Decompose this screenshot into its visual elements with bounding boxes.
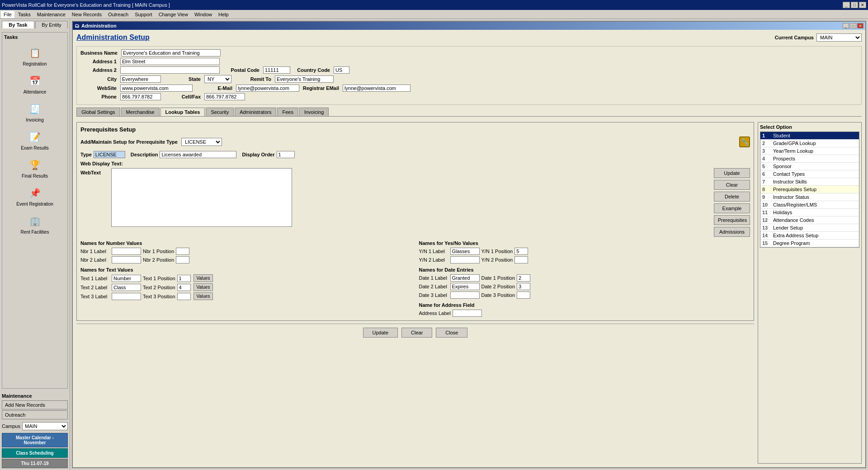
delete-btn[interactable]: Delete — [714, 192, 750, 202]
yn2-pos-input[interactable] — [514, 256, 528, 263]
date1-pos-input[interactable] — [517, 274, 530, 282]
text3-values-btn[interactable]: Values — [193, 292, 213, 300]
select-item-student[interactable]: 1 Student — [760, 132, 859, 140]
website-input[interactable] — [120, 85, 193, 92]
maximize-btn[interactable]: □ — [851, 2, 858, 8]
select-item-prospects[interactable]: 4 Prospects — [760, 155, 859, 163]
win-restore-btn[interactable]: □ — [850, 23, 856, 28]
sidebar-item-event-registration[interactable]: 📌 Event Registration — [4, 182, 66, 210]
tab-invoicing[interactable]: Invoicing — [299, 108, 329, 116]
menu-help[interactable]: Help — [216, 11, 231, 18]
select-item-degree-program[interactable]: 15 Degree Program — [760, 240, 859, 247]
win-close-btn[interactable]: ✕ — [857, 23, 863, 28]
date3-input[interactable] — [450, 291, 480, 299]
tab-security[interactable]: Security — [206, 108, 234, 116]
bottom-close-btn[interactable]: Close — [436, 328, 467, 338]
date1-input[interactable] — [450, 274, 480, 282]
text3-pos-input[interactable] — [177, 293, 191, 300]
type-select[interactable]: LICENSE — [181, 138, 222, 146]
nbr1-pos-input[interactable] — [176, 248, 189, 255]
nbr1-input[interactable] — [112, 248, 141, 255]
business-name-input[interactable] — [121, 49, 221, 56]
menu-maintenance[interactable]: Maintenance — [34, 11, 68, 18]
sidebar-item-attendance[interactable]: 📅 Attendance — [4, 70, 66, 98]
tab-by-task[interactable]: By Task — [2, 21, 34, 28]
current-campus-select[interactable]: MAIN — [816, 33, 862, 42]
address-label-input[interactable] — [453, 310, 482, 317]
select-item-prerequisites-setup[interactable]: 8 Prerequisites Setup — [760, 186, 859, 193]
text2-values-btn[interactable]: Values — [193, 283, 213, 291]
yn2-input[interactable] — [450, 256, 480, 263]
select-item-year-term[interactable]: 3 Year/Term Lookup — [760, 147, 859, 155]
select-item-extra-address[interactable]: 14 Extra Address Setup — [760, 232, 859, 240]
outreach-btn[interactable]: Outreach — [2, 410, 68, 419]
menu-window[interactable]: Window — [192, 11, 215, 18]
date3-pos-input[interactable] — [517, 291, 530, 299]
example-btn[interactable]: Example — [714, 203, 750, 213]
text1-input[interactable] — [112, 275, 141, 282]
sidebar-item-rent-facilities[interactable]: 🏢 Rent Facilities — [4, 210, 66, 238]
class-scheduling-btn[interactable]: Class Scheduling — [2, 448, 68, 458]
phone-input[interactable] — [120, 93, 161, 100]
admissions-btn[interactable]: Admissions — [714, 227, 750, 237]
campus-select[interactable]: MAIN — [22, 422, 68, 430]
select-item-holidays[interactable]: 11 Holidays — [760, 209, 859, 216]
menu-outreach[interactable]: Outreach — [105, 11, 131, 18]
tab-by-entity[interactable]: By Entity — [35, 21, 68, 28]
postal-code-input[interactable] — [263, 66, 290, 74]
tab-global-settings[interactable]: Global Settings — [76, 108, 120, 116]
prerequisites-btn[interactable]: Prerequisites — [714, 215, 750, 225]
clear-action-btn[interactable]: Clear — [714, 180, 750, 190]
type-field-input[interactable] — [94, 151, 125, 158]
select-item-lender-setup[interactable]: 13 Lender Setup — [760, 224, 859, 232]
cellfax-input[interactable] — [204, 93, 245, 100]
webtext-input[interactable] — [111, 168, 292, 227]
tab-administrators[interactable]: Administrators — [235, 108, 276, 116]
menu-change-view[interactable]: Change View — [156, 11, 191, 18]
sidebar-item-registration[interactable]: 📋 Registration — [4, 42, 66, 70]
select-item-sponsor[interactable]: 5 Sponsor — [760, 163, 859, 170]
win-minimize-btn[interactable]: _ — [843, 23, 849, 28]
text2-pos-input[interactable] — [177, 284, 191, 291]
description-input[interactable] — [160, 151, 236, 158]
select-item-attendance-codes[interactable]: 12 Attendance Codes — [760, 216, 859, 224]
menu-file[interactable]: File — [1, 11, 14, 18]
yn1-input[interactable] — [450, 248, 480, 255]
add-new-records-btn[interactable]: Add New Records — [2, 400, 68, 409]
close-btn[interactable]: ✕ — [859, 2, 866, 8]
sidebar-item-exam-results[interactable]: 📝 Exam Results — [4, 126, 66, 154]
city-input[interactable] — [120, 75, 161, 83]
tab-merchandise[interactable]: Merchandise — [121, 108, 160, 116]
yn1-pos-input[interactable] — [514, 248, 528, 255]
text3-input[interactable] — [112, 293, 141, 300]
tab-fees[interactable]: Fees — [277, 108, 298, 116]
minimize-btn[interactable]: _ — [843, 2, 850, 8]
date2-pos-input[interactable] — [517, 283, 530, 290]
select-item-class-register-lms[interactable]: 10 Class/Register/LMS — [760, 201, 859, 209]
remit-to-input[interactable] — [275, 75, 334, 83]
sidebar-item-final-results[interactable]: 🏆 Final Results — [4, 154, 66, 182]
country-code-input[interactable] — [334, 66, 349, 74]
state-select[interactable]: NY — [204, 75, 231, 83]
menu-support[interactable]: Support — [132, 11, 155, 18]
date2-input[interactable] — [450, 283, 480, 290]
email-input[interactable] — [236, 85, 299, 92]
address2-input[interactable] — [120, 66, 220, 74]
bottom-clear-btn[interactable]: Clear — [401, 328, 432, 338]
master-calendar-btn[interactable]: Master Calendar - November — [2, 433, 68, 447]
tab-lookup-tables[interactable]: Lookup Tables — [160, 108, 205, 116]
display-order-input[interactable] — [277, 151, 295, 158]
text2-input[interactable] — [112, 284, 141, 291]
sidebar-item-invoicing[interactable]: 🧾 Invoicing — [4, 98, 66, 126]
select-item-instructor-status[interactable]: 9 Instructor Status — [760, 193, 859, 201]
address1-input[interactable] — [120, 58, 220, 65]
menu-new-records[interactable]: New Records — [69, 11, 104, 18]
select-item-grade-gpa[interactable]: 2 Grade/GPA Lookup — [760, 140, 859, 147]
update-btn[interactable]: Update — [714, 168, 750, 178]
menu-tasks[interactable]: Tasks — [15, 11, 33, 18]
text1-values-btn[interactable]: Values — [193, 274, 213, 282]
nbr2-pos-input[interactable] — [176, 256, 189, 263]
bottom-update-btn[interactable]: Update — [363, 328, 398, 338]
registrar-email-input[interactable] — [343, 85, 410, 92]
select-item-instructor-skills[interactable]: 7 Instructor Skills — [760, 178, 859, 186]
